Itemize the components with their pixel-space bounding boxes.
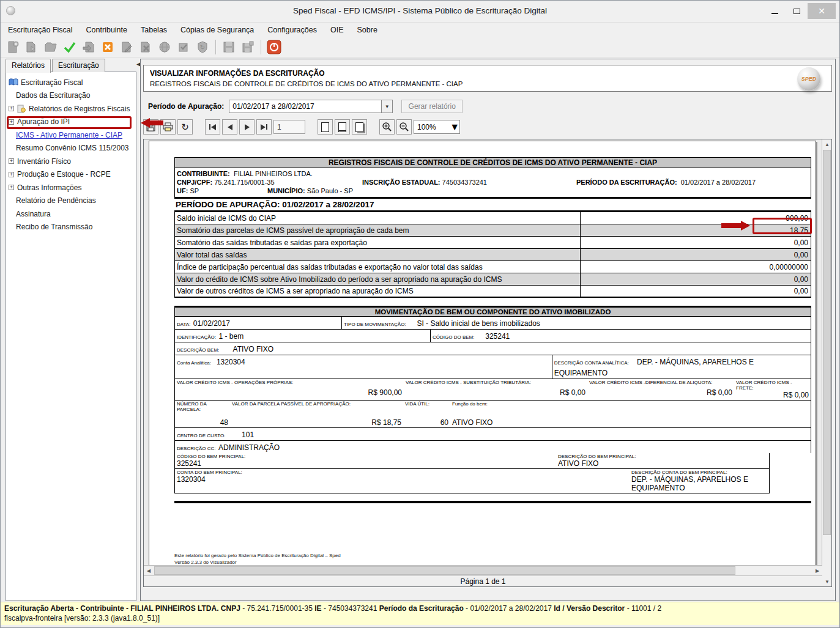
report-refresh-icon[interactable]: ↻ [177,119,193,135]
tree-item-resumo-convenio[interactable]: Resumo Convênio ICMS 115/2003 [9,142,135,155]
movimentacao-section: MOVIMENTAÇÃO DE BEM OU COMPONENTE DO ATI… [174,306,811,453]
tree-item-recibo-transmissao[interactable]: Recibo de Transmissão [9,221,135,234]
annotation-box-tree-item [7,116,132,129]
main-panel: VISUALIZAR INFORMAÇÕES DA ESCRITURAÇÃO R… [140,59,836,601]
open-folder-icon[interactable] [43,39,59,55]
period-value: 01/02/2017 a 28/02/2017 [229,102,381,111]
viewer-page-status: Página 1 de 1 [144,575,822,586]
tree-item-producao-estoque[interactable]: + Produção e Estoque - RCPE [9,168,135,182]
save-icon[interactable] [221,39,237,55]
period-row: Período de Apuração: 01/02/2017 a 28/02/… [148,100,463,113]
tree-item-escrituracao-fiscal[interactable]: Escrituração Fiscal [9,76,135,89]
horizontal-scrollbar[interactable]: ◀ ▶ [144,565,822,575]
page-layout-width-icon[interactable] [335,119,350,135]
new-escrituracao-icon[interactable] [5,39,21,55]
import-file-icon[interactable] [81,39,97,55]
cancel-icon[interactable] [100,39,116,55]
nav-next-page-icon[interactable] [239,119,255,135]
shield-sync-icon[interactable]: ↻ [195,39,210,55]
gerar-relatorio-button[interactable]: Gerar relatório [401,100,463,113]
expand-plus-icon[interactable]: + [9,172,14,177]
expand-plus-icon[interactable]: + [9,185,14,190]
status-line-2: fiscalpva-fronteira [versão: 2.3.3 (java… [4,613,839,623]
expand-plus-icon[interactable]: + [9,158,14,164]
report-title-bar: REGISTROS FISCAIS DE CONTROLE DE CRÉDITO… [174,157,811,168]
table-row: Valor do crédito de ICMS sobre Ativo Imo… [175,273,811,286]
tree-item-relatorio-pendencias[interactable]: Relatório de Pendências [9,194,135,208]
annotation-arrow-right-icon [721,221,750,231]
app-window: Sped Fiscal - EFD ICMS/IPI - Sistema Púb… [0,0,840,628]
view-subtitle: REGISTROS FISCAIS DE CONTROLE DE CRÉDITO… [150,80,463,87]
zoom-out-icon[interactable] [396,119,412,135]
exit-power-icon[interactable] [266,39,282,55]
zoom-level-select[interactable]: 100% ▼ [414,120,460,134]
toolbar-separator [261,40,261,54]
menu-escrituracao-fiscal[interactable]: Escrituração Fiscal [8,26,73,34]
tree-item-relatorios-registros[interactable]: + Relatórios de Registros Fiscais [9,102,135,116]
minimize-button[interactable] [764,3,786,19]
scroll-right-icon[interactable]: ▶ [812,566,822,575]
annotation-box-value [753,218,812,234]
section-divider [174,501,811,503]
scroll-left-icon[interactable]: ◀ [144,566,154,575]
tab-escrituracao[interactable]: Escrituração [52,59,105,72]
tree-item-outras-informacoes[interactable]: + Outras Informações [9,181,135,194]
period-select[interactable]: 01/02/2017 a 28/02/2017 ▼ [229,100,393,113]
menu-sobre[interactable]: Sobre [357,26,377,34]
report-viewer: REGISTROS FISCAIS DE CONTROLE DE CRÉDITO… [143,139,832,587]
delete-registro-icon[interactable] [138,39,154,55]
verify-icon[interactable] [176,39,191,55]
close-button[interactable]: ✕ [808,3,836,19]
contribuinte-block: CONTRIBUINTE: FILIAL PINHEIROS LTDA. CNP… [174,168,811,199]
nav-prev-page-icon[interactable] [222,119,237,135]
title-bar: Sped Fiscal - EFD ICMS/IPI - Sistema Púb… [1,1,839,22]
nav-first-page-icon[interactable] [205,119,220,135]
generated-note: Este relatório foi gerado pelo Sistema P… [174,552,811,559]
periodo-apuracao-heading: PERÍODO DE APURAÇÃO: 01/02/2017 a 28/02/… [174,199,811,212]
expand-plus-icon[interactable]: + [9,106,14,111]
scroll-up-icon[interactable]: ▲ [822,139,832,149]
menu-tabelas[interactable]: Tabelas [141,26,167,34]
menu-bar: Escrituração Fiscal Contribuinte Tabelas… [1,22,839,37]
page-layout-facing-icon[interactable] [352,119,367,135]
report-search-icon [17,105,26,113]
table-row: Valor de outros créditos de ICMS a ser a… [175,286,811,298]
open-escrituracao-icon[interactable] [24,39,40,55]
save-as-icon[interactable] [240,39,256,55]
validate-check-icon[interactable] [62,39,78,55]
chevron-down-icon[interactable]: ▼ [381,100,392,113]
status-line-1: Escrituração Aberta - Contribuinte - FIL… [4,604,839,613]
menu-configuracoes[interactable]: Configurações [267,26,317,34]
maximize-button[interactable] [786,3,808,19]
bem-principal-section: CÓDIGO DO BEM PRINCIPAL:325241 DESCRIÇÃO… [174,453,770,493]
nav-last-page-icon[interactable] [256,119,272,135]
movimentacao-title: MOVIMENTAÇÃO DE BEM OU COMPONENTE DO ATI… [175,308,811,317]
report-tree: Escrituração Fiscal Dados da Escrituraçã… [6,72,136,234]
zoom-level-value: 100% [414,123,450,131]
vertical-scrollbar[interactable]: ▲ ▼ [822,139,831,586]
toolbar-separator [215,40,216,54]
tree-item-inventario-fisico[interactable]: + Inventário Físico [9,155,135,168]
globe-icon[interactable] [157,39,173,55]
menu-oie[interactable]: OIE [330,26,344,34]
page-number-input[interactable] [273,120,305,134]
menu-copias-seguranca[interactable]: Cópias de Segurança [180,26,254,34]
status-bar: Escrituração Aberta - Contribuinte - FIL… [1,602,839,625]
tree-item-dados-escrituracao[interactable]: Dados da Escrituração [9,89,135,103]
zoom-in-icon[interactable] [379,119,395,135]
edit-registro-icon[interactable] [119,39,135,55]
sped-logo: SPED [797,67,820,91]
menu-contribuinte[interactable]: Contribuinte [86,26,127,34]
scrollbar-thumb[interactable] [154,566,735,575]
report-page: REGISTROS FISCAIS DE CONTROLE DE CRÉDITO… [149,141,816,573]
table-row: Somatório das saídas tributadas e saídas… [175,237,811,249]
scroll-down-icon[interactable]: ▼ [822,577,832,586]
table-row: Saldo inicial de ICMS do CIAP900,00 [175,212,811,224]
sidebar-tree-panel: Escrituração Fiscal Dados da Escrituraçã… [6,72,136,601]
tab-relatorios[interactable]: Relatórios [6,59,51,73]
tree-item-assinatura[interactable]: Assinatura [9,207,135,221]
scrollbar-thumb[interactable] [823,150,831,535]
chevron-down-icon[interactable]: ▼ [450,122,459,133]
tree-item-icms-ativo-permanente-ciap[interactable]: ICMS - Ativo Permanente - CIAP [9,128,135,142]
page-layout-single-icon[interactable] [318,119,333,135]
